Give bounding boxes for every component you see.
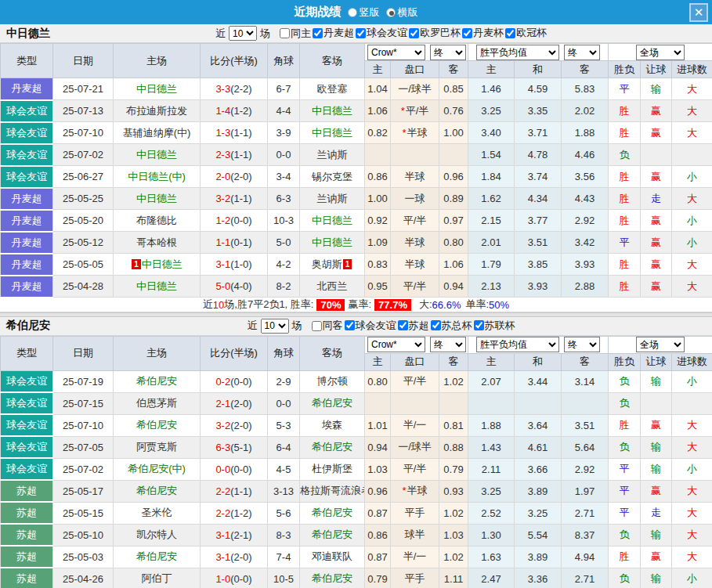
same-venue-filter[interactable]: 同客 <box>312 319 343 333</box>
away-team: 博尔顿 <box>300 370 365 392</box>
handicap-text: 半/一 <box>403 419 427 431</box>
match-date: 25-07-13 <box>53 100 114 122</box>
red-card-badge: 1 <box>132 259 141 269</box>
league-filter-checkbox[interactable] <box>474 320 484 330</box>
result-wdl: 负 <box>609 392 641 414</box>
avg-final-select[interactable]: 终 <box>564 337 600 352</box>
result-goals: 小 <box>672 166 712 188</box>
fulltime-select[interactable]: 全场 <box>636 45 685 60</box>
league-badge: 苏超 <box>1 568 53 588</box>
home-team: 希伯尼安 <box>114 370 201 392</box>
result-wdl: 平 <box>609 480 641 502</box>
radio-unselected-icon[interactable] <box>348 8 357 17</box>
league-filter[interactable]: 球会友谊 <box>345 319 396 333</box>
league-filter-checkbox[interactable] <box>505 28 515 38</box>
halftime-score: (2-0) <box>230 420 251 431</box>
handicap-rate-label: 赢率: <box>348 298 371 312</box>
league-badge: 球会友谊 <box>1 414 53 436</box>
avg-odds-select[interactable]: 胜平负均值 <box>476 45 559 60</box>
league-filter[interactable]: 苏超 <box>398 319 429 333</box>
league-filter[interactable]: 苏联杯 <box>474 319 515 333</box>
league-filter-checkbox[interactable] <box>409 28 419 38</box>
team-filter-bar: 中日德兰 近 10 场 同主 丹麦超球会友谊欧罗巴杯丹麦杯欧冠杯 <box>0 24 712 43</box>
result-handicap: 走 <box>641 188 672 210</box>
match-date: 25-07-21 <box>53 78 114 100</box>
avg-draw: 3.71 <box>515 122 562 144</box>
avg-draw: 3.89 <box>515 480 562 502</box>
avg-final-select[interactable]: 终 <box>564 45 600 60</box>
corner-score: 4-5 <box>268 458 300 480</box>
layout-radio-vertical[interactable]: 竖版 <box>348 5 380 20</box>
league-filter-checkbox[interactable] <box>356 28 366 38</box>
home-team: 布隆德比 <box>114 210 201 232</box>
record-summary: 近10场,胜7平2负1, 胜率: 70% 赢率: 77.7% 大:66.6% 单… <box>0 298 712 312</box>
odds-final-select[interactable]: 终 <box>430 337 466 352</box>
single-rate-value: 50% <box>489 299 509 311</box>
odds-handicap: 一/球半 <box>391 436 439 458</box>
odds-company-select[interactable]: Crow* <box>367 45 425 60</box>
odds-home: 0.94 <box>365 436 391 458</box>
col-avg-away: 客 <box>562 61 609 78</box>
odds-company-select[interactable]: Crow* <box>367 337 425 352</box>
match-date: 25-05-25 <box>53 188 114 210</box>
recent-count-select[interactable]: 10 <box>229 26 257 41</box>
same-venue-checkbox[interactable] <box>312 321 322 331</box>
result-wdl: 平 <box>609 502 641 524</box>
same-venue-filter[interactable]: 同主 <box>280 27 311 41</box>
halftime-score: (2-0) <box>230 171 251 182</box>
handicap-text: 平/半 <box>406 105 429 117</box>
fulltime-score: 0-0 <box>215 464 230 475</box>
match-row: 球会友谊25-07-19希伯尼安0-2(0-0)2-9博尔顿0.80平/半1.0… <box>1 370 712 392</box>
halftime-score: (2-0) <box>230 398 251 409</box>
fulltime-score: 1-2 <box>215 215 230 226</box>
result-handicap: 赢 <box>641 166 672 188</box>
away-team-name: 希伯尼安 <box>312 441 352 453</box>
league-filter[interactable]: 苏总杯 <box>431 319 472 333</box>
avg-draw: 3.64 <box>515 414 562 436</box>
col-away: 客场 <box>300 336 365 370</box>
halftime-score: (1-0) <box>230 258 251 270</box>
league-filter-checkbox[interactable] <box>431 320 441 330</box>
layout-radio-horizontal[interactable]: 横版 <box>386 5 418 20</box>
col-odds-home: 主 <box>365 353 391 370</box>
corner-score: 5-3 <box>268 414 300 436</box>
league-filter-checkbox[interactable] <box>345 320 355 330</box>
league-filter-checkbox[interactable] <box>398 320 408 330</box>
avg-odds-select[interactable]: 胜平负均值 <box>476 337 559 352</box>
halftime-score: (1-1) <box>230 193 251 204</box>
league-filter[interactable]: 球会友谊 <box>356 26 407 40</box>
away-team-name: 希伯尼安 <box>312 528 352 540</box>
avg-draw: 3.85 <box>515 254 562 276</box>
radio-selected-icon[interactable] <box>386 8 396 17</box>
league-filter[interactable]: 欧冠杯 <box>505 26 547 40</box>
fulltime-select[interactable]: 全场 <box>636 337 685 352</box>
odds-away: 1.03 <box>439 524 468 546</box>
league-filter[interactable]: 丹麦杯 <box>462 26 504 40</box>
league-filter-checkbox[interactable] <box>313 28 323 38</box>
halftime-score: (2-2) <box>230 83 251 95</box>
col-type: 类型 <box>1 44 53 78</box>
avg-home: 2.15 <box>468 210 515 232</box>
match-score: 1-3(1-1) <box>201 122 268 144</box>
avg-draw: 4.61 <box>515 436 562 458</box>
col-avg-draw: 和 <box>515 353 562 370</box>
away-team: 中日德兰 <box>300 210 365 232</box>
odds-final-select[interactable]: 终 <box>430 45 466 60</box>
result-wdl: 胜 <box>609 188 641 210</box>
league-filters: 丹麦超球会友谊欧罗巴杯丹麦杯欧冠杯 <box>311 26 547 41</box>
recent-count-select[interactable]: 10 <box>261 319 289 334</box>
single-rate-label: 单率: <box>465 298 489 312</box>
layout-radio-vertical-label: 竖版 <box>360 5 380 20</box>
away-team-name: 兰讷斯 <box>317 149 348 161</box>
same-venue-checkbox[interactable] <box>280 28 290 38</box>
league-filter[interactable]: 欧罗巴杯 <box>409 26 461 40</box>
away-team: 兰讷斯 <box>300 188 365 210</box>
league-badge: 苏超 <box>1 502 53 524</box>
table-body: 球会友谊25-07-19希伯尼安0-2(0-0)2-9博尔顿0.80平/半1.0… <box>1 370 712 588</box>
league-filter-checkbox[interactable] <box>462 28 472 38</box>
league-filter[interactable]: 丹麦超 <box>313 26 354 40</box>
match-score: 3-3(2-2) <box>201 78 268 100</box>
close-button[interactable]: ✕ <box>689 3 708 22</box>
league-filter-label: 球会友谊 <box>367 26 407 40</box>
handicap-rate-badge: 77.7% <box>374 299 411 311</box>
